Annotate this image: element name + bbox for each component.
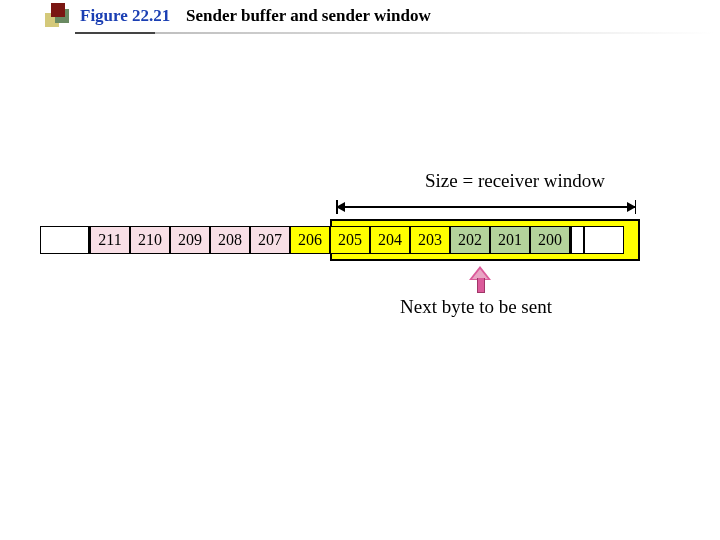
buffer-trail-empty — [584, 226, 624, 254]
buffer-row: 211 210 209 208 207 206 205 204 203 202 … — [40, 226, 624, 254]
bullet-icon — [45, 3, 69, 27]
buffer-cell: 206 — [290, 226, 330, 254]
next-byte-label: Next byte to be sent — [400, 296, 552, 318]
buffer-cell: 207 — [250, 226, 290, 254]
slide: Figure 22.21 Sender buffer and sender wi… — [0, 0, 720, 540]
next-byte-arrow-icon — [472, 266, 488, 292]
buffer-cell: 201 — [490, 226, 530, 254]
buffer-cell: 211 — [90, 226, 130, 254]
size-label: Size = receiver window — [425, 170, 605, 192]
buffer-cell: 204 — [370, 226, 410, 254]
size-bracket — [336, 200, 636, 214]
figure-number: Figure 22.21 — [80, 6, 170, 26]
buffer-cell: 208 — [210, 226, 250, 254]
buffer-cell: 200 — [530, 226, 570, 254]
header-underline — [75, 32, 720, 34]
buffer-cell: 209 — [170, 226, 210, 254]
buffer-cell: 205 — [330, 226, 370, 254]
buffer-gap — [570, 226, 584, 254]
buffer-lead-empty — [40, 226, 90, 254]
figure-title: Sender buffer and sender window — [186, 6, 431, 26]
buffer-cell: 202 — [450, 226, 490, 254]
buffer-cell: 203 — [410, 226, 450, 254]
buffer-cell: 210 — [130, 226, 170, 254]
